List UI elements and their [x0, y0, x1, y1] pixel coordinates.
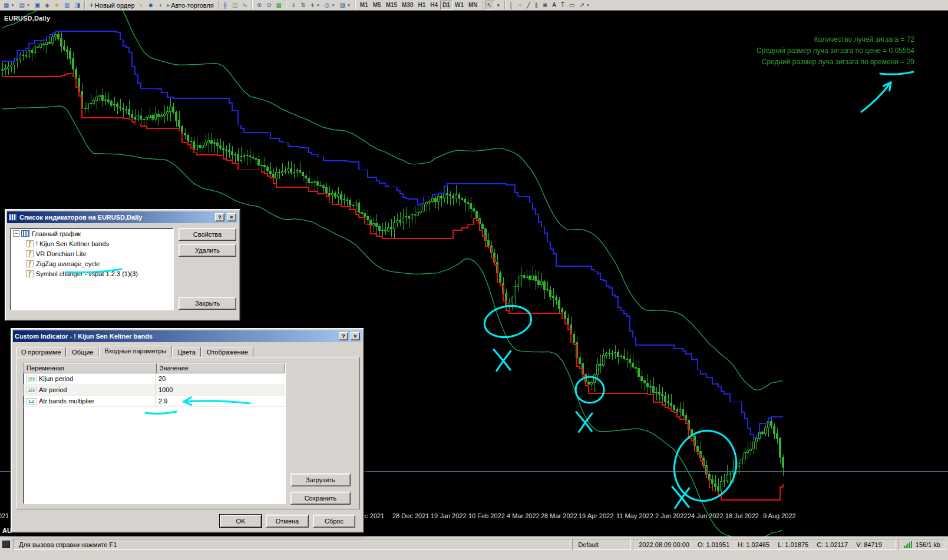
community-button[interactable]: ☻: [146, 1, 157, 10]
timeframe-m5-button[interactable]: M5: [371, 1, 384, 10]
profile-segment[interactable]: Default: [572, 539, 631, 550]
arrows-button[interactable]: ↗▼: [577, 1, 592, 10]
dialog-tab[interactable]: Общие: [67, 347, 98, 357]
vertical-line-icon: │: [510, 2, 513, 8]
param-value[interactable]: 1000: [156, 386, 285, 393]
new-order-button[interactable]: +Новый ордер: [87, 1, 137, 10]
timeframe-d1-button-label: D1: [442, 2, 450, 8]
column-header-value[interactable]: Значение: [157, 363, 285, 373]
timeframe-m1-button[interactable]: M1: [358, 1, 371, 10]
status-help-text: Для вызова справки нажмите F1: [13, 539, 570, 550]
delete-button[interactable]: Удалить: [179, 244, 236, 257]
timeframe-m30-button-label: M30: [402, 2, 413, 8]
tree-item-indicator[interactable]: ƒVR Donchian Lite: [11, 248, 173, 259]
save-button[interactable]: Сохранить: [290, 492, 351, 505]
indicators-icon: ⇓: [291, 2, 296, 8]
horizontal-line-button[interactable]: ─: [516, 1, 524, 10]
close-icon[interactable]: ×: [351, 332, 360, 340]
zoom-in-button[interactable]: ⊕: [255, 1, 264, 10]
periods-button[interactable]: ◷▼: [322, 1, 338, 10]
trendline-button[interactable]: ╱: [524, 1, 533, 10]
market-watch-button[interactable]: ▣: [32, 1, 42, 10]
param-type-icon: 123: [26, 376, 37, 382]
channel-button[interactable]: ∥: [533, 1, 540, 10]
new-order-button-label: Новый ордер: [95, 2, 135, 9]
timeframe-m30-button[interactable]: M30: [399, 1, 415, 10]
close-icon[interactable]: ×: [227, 213, 236, 221]
close-button[interactable]: Закрыть: [179, 297, 236, 310]
support-button[interactable]: ◖: [156, 1, 164, 10]
candlestick-chart-button[interactable]: ◫: [230, 1, 240, 10]
chart-profiles-button[interactable]: ▤▼: [16, 1, 32, 10]
tree-item-indicator[interactable]: ƒSymbol changer - vspat 1.2.3 (1)(3): [11, 269, 173, 279]
favorites-button[interactable]: ★: [52, 1, 62, 10]
text-label-button[interactable]: T: [559, 1, 567, 10]
timeframe-w1-button[interactable]: W1: [452, 1, 466, 10]
param-value[interactable]: 20: [156, 375, 285, 382]
properties-button[interactable]: Свойства: [179, 228, 236, 241]
load-button[interactable]: Загрузить: [290, 473, 351, 486]
objects-button[interactable]: ⇅: [298, 1, 308, 10]
timeframe-m15-button[interactable]: M15: [384, 1, 399, 10]
objects-icon: ⇅: [300, 2, 305, 8]
history-center-button[interactable]: ◨: [72, 1, 82, 10]
tree-item-indicator[interactable]: ƒZigZag average_cycle: [11, 259, 173, 269]
fibonacci-button[interactable]: ≣: [540, 1, 550, 10]
chevron-down-icon: ▼: [347, 4, 351, 7]
data-window-button[interactable]: ▥: [62, 1, 72, 10]
cursor-button[interactable]: ↖: [485, 1, 494, 10]
tree-item-main-chart[interactable]: − Главный график: [11, 228, 173, 238]
date-label: 24 Jun 2022: [688, 512, 724, 519]
add-indicator-button[interactable]: +▼: [308, 1, 322, 10]
dialog-tab[interactable]: Отображение: [202, 347, 253, 357]
help-button[interactable]: ?: [215, 213, 224, 221]
cancel-button[interactable]: Отмена: [266, 515, 309, 528]
toolbar-separator: [504, 1, 506, 9]
autotrading-button-label: Авто-торговля: [171, 2, 214, 9]
dialog-tab[interactable]: О программе: [16, 347, 66, 357]
column-header-variable[interactable]: Переменная: [24, 363, 157, 373]
dialog-tab[interactable]: Входные параметры: [99, 346, 171, 357]
bar-chart-button[interactable]: ╫: [221, 1, 230, 10]
timeframe-d1-button[interactable]: D1: [440, 1, 452, 10]
param-row[interactable]: 1.2Atr bands multiplier2.9: [24, 396, 285, 407]
navigator-button[interactable]: ◈: [42, 1, 52, 10]
ok-button[interactable]: OK: [220, 515, 262, 528]
status-icon: [2, 541, 10, 548]
connection-speed: 156/1 kb: [916, 541, 940, 548]
candlestick-chart-icon: ◫: [232, 2, 237, 8]
indicators-button[interactable]: ⇓: [289, 1, 298, 10]
timeframe-mn-button[interactable]: MN: [466, 1, 480, 10]
crosshair-button[interactable]: ⌖: [494, 1, 503, 10]
param-row[interactable]: 123Kijun period20: [24, 373, 285, 385]
text-button[interactable]: A: [550, 1, 559, 10]
tree-item-indicator[interactable]: ƒ! Kijun Sen Keltner bands: [11, 238, 173, 248]
templates-button[interactable]: ▨▼: [337, 1, 352, 10]
zoom-out-button[interactable]: ⊖: [264, 1, 273, 10]
reset-button[interactable]: Сброс: [313, 515, 355, 528]
status-close: C: 1.02117: [817, 541, 848, 548]
timeframe-h4-button[interactable]: H4: [428, 1, 440, 10]
deposit-button[interactable]: ◗: [137, 1, 146, 10]
grid-button[interactable]: ▦: [274, 1, 284, 10]
autotrading-button[interactable]: ▸Авто-торговля: [164, 1, 216, 10]
shapes-button[interactable]: ▭: [567, 1, 577, 10]
collapse-icon[interactable]: −: [13, 230, 19, 237]
indicator-fx-icon: ƒ: [26, 240, 34, 247]
param-name: Atr bands multiplier: [39, 397, 94, 405]
param-row[interactable]: 123Atr period1000: [24, 385, 285, 396]
timeframe-m1-button-label: M1: [360, 2, 368, 8]
indicator-list-titlebar[interactable]: Список индикаторов на EURUSD,Daily ? ×: [7, 211, 238, 223]
param-value[interactable]: 2.9: [156, 397, 285, 405]
new-chart-button[interactable]: ▦▼: [1, 1, 16, 10]
dialog-tab[interactable]: Цвета: [172, 347, 201, 357]
vertical-line-button[interactable]: │: [507, 1, 516, 10]
timeframe-h1-button[interactable]: H1: [416, 1, 428, 10]
new-chart-icon: ▦: [4, 2, 9, 8]
parameters-table: Переменная Значение 123Kijun period20123…: [23, 363, 286, 504]
navigator-icon: ◈: [45, 2, 49, 8]
line-chart-button[interactable]: ∿: [240, 1, 249, 10]
param-name: Atr period: [39, 386, 67, 393]
custom-indicator-titlebar[interactable]: Custom Indicator - ! Kijun Sen Keltner b…: [13, 330, 362, 342]
help-button[interactable]: ?: [339, 332, 348, 340]
